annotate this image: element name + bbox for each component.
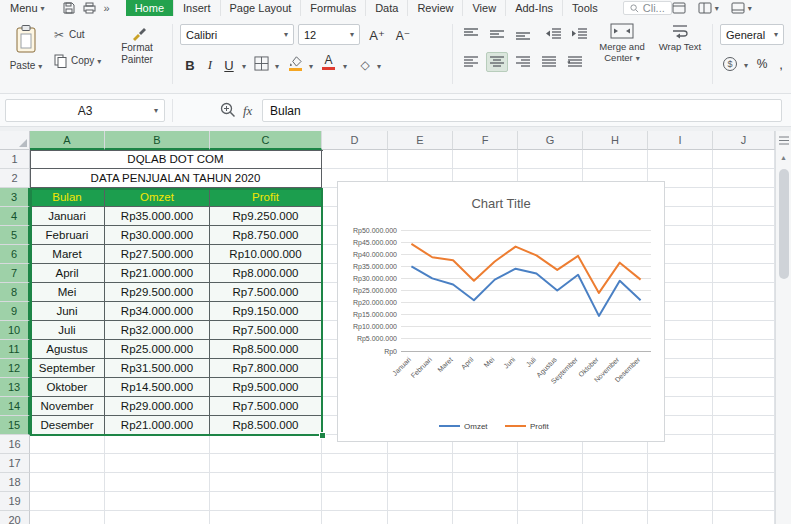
row-header-16[interactable]: 16	[0, 435, 30, 454]
increase-indent-icon[interactable]	[568, 24, 590, 44]
column-header-G[interactable]: G	[518, 131, 583, 150]
table-cell[interactable]: Februari	[30, 226, 105, 245]
table-cell[interactable]: Rp8.500.000	[210, 340, 322, 359]
column-header-C[interactable]: C	[210, 131, 322, 150]
borders-button[interactable]	[254, 56, 269, 71]
no-fill-icon[interactable]: ◇	[356, 54, 374, 76]
table-cell[interactable]: Rp21.000.000	[105, 264, 210, 283]
share-icon[interactable]	[672, 2, 686, 14]
align-right-icon[interactable]	[512, 52, 534, 72]
table-cell[interactable]: Rp9.250.000	[210, 207, 322, 226]
fill-color-caret-icon[interactable]: ▾	[309, 62, 313, 71]
table-cell[interactable]: Rp7.500.000	[210, 397, 322, 416]
name-box[interactable]: A3 ▾	[5, 99, 165, 122]
tab-add-ins[interactable]: Add-Ins	[505, 0, 562, 16]
formula-input[interactable]: Bulan	[262, 99, 782, 122]
select-all-corner[interactable]	[0, 131, 30, 150]
table-cell[interactable]: Januari	[30, 207, 105, 226]
table-cell[interactable]: Rp7.800.000	[210, 359, 322, 378]
merge-center-button[interactable]: Merge and Center▾	[592, 42, 652, 64]
table-cell[interactable]: Mei	[30, 283, 105, 302]
table-cell[interactable]: Rp29.500.000	[105, 283, 210, 302]
table-cell[interactable]: Rp7.500.000	[210, 321, 322, 340]
row-header-2[interactable]: 2	[0, 169, 30, 188]
align-top-icon[interactable]	[460, 24, 482, 44]
table-cell[interactable]: Juli	[30, 321, 105, 340]
column-header-I[interactable]: I	[648, 131, 713, 150]
chart-object[interactable]: Chart TitleRp0Rp5.000.000Rp10.000.000Rp1…	[337, 181, 665, 442]
table-cell[interactable]: Oktober	[30, 378, 105, 397]
row-header-20[interactable]: 20	[0, 511, 30, 524]
table-cell[interactable]: Rp21.000.000	[105, 416, 210, 435]
align-center-icon[interactable]	[486, 52, 508, 72]
scroll-up-icon[interactable]: ▲	[780, 154, 787, 161]
table-cell[interactable]: Desember	[30, 416, 105, 435]
merged-title-subtitle[interactable]: DATA PENJUALAN TAHUN 2020	[30, 169, 322, 188]
insert-function-icon[interactable]: fx	[243, 103, 252, 119]
font-size-select[interactable]: 12▾	[298, 24, 360, 45]
table-header-profit[interactable]: Profit	[210, 188, 322, 207]
font-color-button[interactable]: A	[322, 54, 335, 70]
justify-icon[interactable]	[538, 52, 560, 72]
currency-format-button[interactable]: $	[720, 54, 740, 74]
font-name-select[interactable]: Calibri▾	[180, 24, 294, 45]
row-header-1[interactable]: 1	[0, 150, 30, 169]
paste-icon[interactable]	[8, 22, 44, 56]
column-header-D[interactable]: D	[322, 131, 388, 150]
table-cell[interactable]: Rp14.500.000	[105, 378, 210, 397]
currency-caret-icon[interactable]: ▾	[744, 61, 748, 70]
scrollbar-menu-icon[interactable]	[779, 136, 789, 145]
tab-data[interactable]: Data	[365, 0, 407, 16]
name-box-caret-icon[interactable]: ▾	[154, 106, 158, 115]
menu-button[interactable]: Menu	[10, 2, 38, 14]
row-header-7[interactable]: 7	[0, 264, 30, 283]
fill-color-button[interactable]	[288, 54, 303, 71]
underline-caret-icon[interactable]: ▾	[242, 62, 246, 71]
row-header-19[interactable]: 19	[0, 492, 30, 511]
percent-format-button[interactable]: %	[754, 54, 770, 74]
table-cell[interactable]: Rp10.000.000	[210, 245, 322, 264]
table-cell[interactable]: Rp25.000.000	[105, 340, 210, 359]
column-header-A[interactable]: A	[30, 131, 105, 150]
underline-button[interactable]: U	[220, 54, 238, 76]
column-header-E[interactable]: E	[388, 131, 453, 150]
table-cell[interactable]: September	[30, 359, 105, 378]
selection-fill-handle[interactable]	[319, 432, 326, 439]
distributed-icon[interactable]	[564, 52, 586, 72]
table-cell[interactable]: November	[30, 397, 105, 416]
more-quick-actions-icon[interactable]: »	[104, 2, 110, 14]
row-header-11[interactable]: 11	[0, 340, 30, 359]
tab-view[interactable]: View	[462, 0, 505, 16]
row-header-4[interactable]: 4	[0, 207, 30, 226]
borders-caret-icon[interactable]: ▾	[275, 62, 279, 71]
table-cell[interactable]: Rp8.750.000	[210, 226, 322, 245]
column-header-F[interactable]: F	[453, 131, 518, 150]
column-header-H[interactable]: H	[583, 131, 648, 150]
print-icon[interactable]	[83, 2, 96, 14]
vertical-scrollbar[interactable]: ▲	[775, 131, 791, 524]
row-header-9[interactable]: 9	[0, 302, 30, 321]
table-cell[interactable]: Rp9.500.000	[210, 378, 322, 397]
table-cell[interactable]: Agustus	[30, 340, 105, 359]
shrink-font-button[interactable]: A⁻	[392, 26, 414, 46]
no-fill-caret-icon[interactable]: ▾	[377, 62, 381, 71]
number-format-select[interactable]: General▾	[720, 24, 784, 45]
table-cell[interactable]: Rp29.000.000	[105, 397, 210, 416]
row-header-15[interactable]: 15	[0, 416, 30, 435]
bold-button[interactable]: B	[180, 54, 200, 76]
table-cell[interactable]: Juni	[30, 302, 105, 321]
tab-page-layout[interactable]: Page Layout	[220, 0, 301, 16]
tab-insert[interactable]: Insert	[173, 0, 220, 16]
table-cell[interactable]: Rp34.000.000	[105, 302, 210, 321]
table-cell[interactable]: Rp32.000.000	[105, 321, 210, 340]
paste-button[interactable]: Paste▾	[2, 60, 50, 72]
font-color-caret-icon[interactable]: ▾	[343, 62, 347, 71]
decrease-indent-icon[interactable]	[542, 24, 564, 44]
align-bottom-icon[interactable]	[512, 24, 534, 44]
row-header-6[interactable]: 6	[0, 245, 30, 264]
table-cell[interactable]: Rp9.150.000	[210, 302, 322, 321]
row-header-5[interactable]: 5	[0, 226, 30, 245]
tab-review[interactable]: Review	[407, 0, 462, 16]
ribbon-layout-icon[interactable]: ▾	[698, 2, 719, 14]
italic-button[interactable]: I	[202, 54, 218, 76]
